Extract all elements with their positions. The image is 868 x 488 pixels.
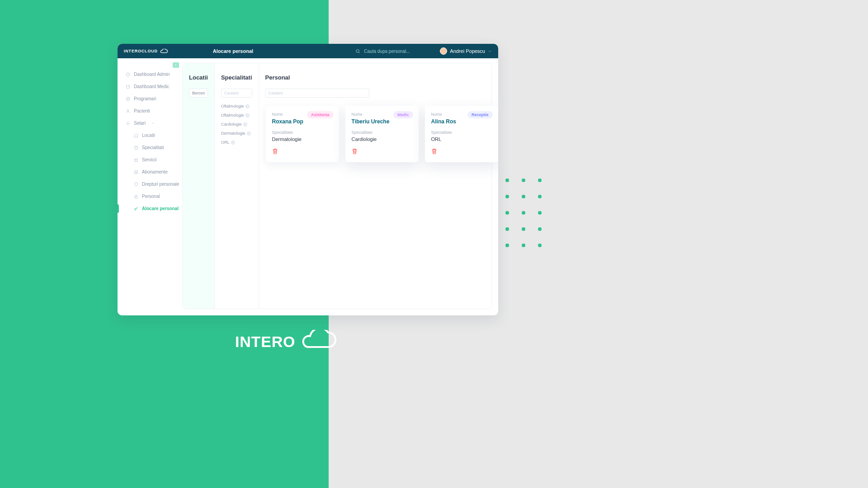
card-label-spec: Specialitate (431, 130, 492, 135)
app-logo: INTEROCLOUD (124, 49, 168, 53)
personal-card[interactable]: Receptie Nume Alina Ros Specialitate ORL (425, 106, 498, 162)
personal-name: Tiberiu Ureche (352, 118, 412, 125)
brand-watermark: INTERO (235, 330, 337, 351)
brand-text: INTEROCLOUD (124, 49, 158, 53)
delete-button[interactable] (431, 148, 437, 155)
sidebar-item-locatii[interactable]: Locatii (118, 129, 179, 141)
remove-tag-icon[interactable]: × (245, 104, 250, 108)
sidebar-item-dashboard-admin[interactable]: Dashboard Admin (118, 68, 179, 80)
bag-icon (134, 145, 138, 150)
column-title: Specialitati (221, 74, 252, 81)
sidebar-item-servicii[interactable]: Servicii (118, 154, 179, 166)
trash-icon (272, 148, 278, 155)
role-badge: Medic (393, 111, 413, 118)
sidebar-item-abonamente[interactable]: Abonamente (118, 166, 179, 178)
personal-card[interactable]: Medic Nume Tiberiu Ureche Specialitate C… (345, 106, 419, 162)
personal-card-row: Asistenta Nume Roxana Pop Specialitate D… (266, 106, 498, 162)
star-icon (134, 158, 138, 162)
svg-point-7 (127, 109, 128, 111)
svg-marker-10 (134, 158, 138, 161)
nav-label: Personal (142, 194, 160, 199)
app-window: INTEROCLOUD Alocare personal Andrei Pope… (118, 44, 498, 315)
role-badge: Receptie (467, 111, 493, 118)
nav-label: Locatii (142, 133, 155, 138)
lock-icon (134, 194, 138, 199)
column-title: Locatii (189, 74, 208, 81)
chevron-down-icon (488, 49, 492, 53)
sidebar-item-dashboard-medic[interactable]: Dashboard Medic (118, 80, 179, 93)
nav-label: Setari (134, 121, 146, 126)
sidebar-item-personal[interactable]: Personal (118, 190, 179, 202)
sidebar-item-pacienti[interactable]: Pacienti (118, 105, 179, 117)
nav-label: Programari (134, 96, 156, 101)
personal-search-input[interactable] (265, 89, 369, 98)
delete-button[interactable] (352, 148, 358, 155)
sidebar: Dashboard Admin Dashboard Medic Programa… (118, 58, 179, 315)
personal-card[interactable]: Asistenta Nume Roxana Pop Specialitate D… (266, 106, 339, 162)
calendar-plus-icon (126, 97, 130, 101)
chevron-up-icon (151, 122, 155, 125)
personal-name: Alina Ros (431, 118, 492, 125)
shield-icon (134, 182, 138, 187)
person-icon (126, 109, 130, 113)
nav-label: Dashboard Medic (134, 84, 169, 89)
sidebar-item-setari[interactable]: Setari (118, 117, 179, 129)
specialty-tag[interactable]: Oftalmologie× (221, 104, 250, 108)
locatii-input[interactable] (189, 89, 208, 98)
avatar (440, 47, 447, 55)
specialty-tag[interactable]: Dermatologie× (221, 131, 251, 136)
sidebar-item-alocare-personal[interactable]: Alocare personal (118, 202, 179, 215)
svg-line-1 (359, 52, 360, 53)
svg-rect-9 (135, 146, 138, 149)
column-title: Personal (265, 74, 498, 81)
column-locatii: Locatii (183, 63, 215, 309)
trash-icon (352, 148, 358, 155)
page-title: Alocare personal (213, 48, 253, 54)
plus-square-icon (134, 170, 138, 174)
specialty-tag[interactable]: Cardiologie× (221, 122, 248, 127)
delete-button[interactable] (272, 148, 278, 155)
svg-point-15 (135, 208, 136, 210)
svg-point-8 (127, 122, 129, 124)
user-name: Andrei Popescu (450, 48, 485, 54)
cloud-icon (160, 49, 168, 53)
topbar: INTEROCLOUD Alocare personal Andrei Pope… (118, 44, 498, 58)
svg-rect-14 (135, 196, 137, 198)
personal-specialty: Cardiologie (352, 136, 412, 142)
column-specialitati: Specialitati Oftalmologie× Oftalmologie×… (215, 63, 259, 309)
gauge-icon (126, 72, 130, 77)
trash-icon (431, 148, 437, 155)
remove-tag-icon[interactable]: × (245, 113, 250, 117)
sidebar-item-drepturi[interactable]: Drepturi personale (118, 178, 179, 190)
remove-tag-icon[interactable]: × (243, 122, 247, 127)
remove-tag-icon[interactable]: × (231, 141, 235, 145)
brand-watermark-text: INTERO (235, 333, 295, 351)
decorative-dot-grid (505, 178, 542, 247)
personal-name: Roxana Pop (272, 118, 333, 125)
search-input[interactable] (363, 48, 417, 54)
role-badge: Asistenta (307, 111, 334, 118)
nav-label: Abonamente (142, 169, 168, 174)
chevron-left-icon (174, 63, 178, 67)
card-label-spec: Specialitate (272, 130, 333, 135)
global-search[interactable] (355, 48, 417, 54)
search-icon (355, 49, 360, 54)
gear-icon (126, 121, 130, 126)
nav-label: Alocare personal (142, 206, 179, 211)
nav-label: Pacienti (134, 108, 150, 113)
svg-point-0 (356, 49, 359, 52)
card-label-spec: Specialitate (352, 130, 412, 135)
sidebar-item-programari[interactable]: Programari (118, 93, 179, 105)
nav-label: Specialitati (142, 145, 164, 150)
sidebar-item-specialitati[interactable]: Specialitati (118, 141, 179, 154)
column-personal: Personal Asistenta Nume Roxana Pop Speci… (259, 63, 498, 309)
remove-tag-icon[interactable]: × (247, 131, 251, 136)
user-menu[interactable]: Andrei Popescu (440, 47, 492, 55)
personal-specialty: Dermatologie (272, 136, 333, 142)
main-panel: Locatii Specialitati Oftalmologie× Oftal… (182, 63, 492, 309)
specialitati-search-input[interactable] (221, 89, 252, 98)
specialty-tag[interactable]: ORL× (221, 140, 236, 145)
specialty-tag[interactable]: Oftalmologie× (221, 113, 250, 117)
collapse-sidebar-button[interactable] (173, 62, 179, 68)
specialitati-tag-list: Oftalmologie× Oftalmologie× Cardiologie×… (221, 104, 252, 145)
